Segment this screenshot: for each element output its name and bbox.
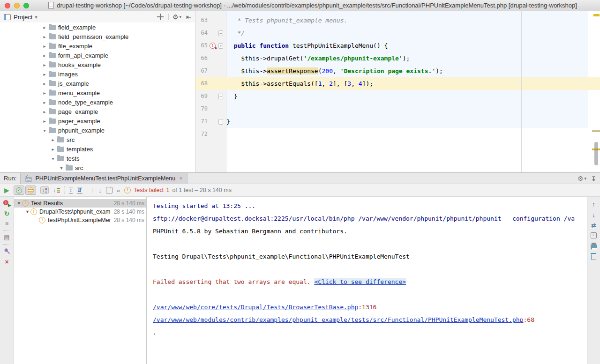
expander-icon[interactable]: ▸ — [41, 72, 48, 77]
expander-icon[interactable]: ▼ — [24, 209, 30, 214]
window-zoom-button[interactable] — [23, 3, 29, 8]
sort-by-duration-button[interactable]: ↓ — [53, 187, 60, 193]
expander-icon[interactable]: ▸ — [41, 90, 48, 96]
expander-icon[interactable]: ▸ — [41, 34, 48, 39]
window-minimize-button[interactable] — [14, 3, 20, 8]
test-failed-gutter-icon[interactable]: ! — [210, 43, 216, 49]
console-text: :1316 — [358, 304, 376, 311]
window-close-button[interactable] — [5, 3, 10, 8]
expander-icon[interactable]: ▾ — [41, 128, 48, 133]
rerun-icon[interactable]: ↻ — [4, 210, 10, 217]
editor-error-stripe[interactable] — [588, 11, 600, 172]
tree-item-tests[interactable]: ▾tests — [0, 154, 195, 163]
test-history-button[interactable]: ↑ — [106, 187, 112, 193]
expander-icon[interactable]: ▸ — [41, 53, 48, 58]
fold-marker-icon[interactable]: ▿ — [218, 43, 223, 49]
run-configuration-tab[interactable]: ✓ php PHPUnitExampleMenuTest.testPhpUnit… — [20, 173, 187, 184]
rerun-failed-tests-icon[interactable]: !▶ — [3, 200, 10, 207]
close-icon[interactable]: × — [5, 259, 8, 265]
editor[interactable]: 6364−65!▿66676869−7071−72 * Tests phpuni… — [195, 11, 600, 172]
tree-item-src[interactable]: ▾src — [0, 163, 195, 172]
up-the-stacktrace-icon[interactable]: ↑ — [592, 201, 595, 208]
expander-icon[interactable]: ▾ — [58, 165, 65, 171]
console-link[interactable]: /var/www/web/core/tests/Drupal/Tests/Bro… — [153, 304, 358, 311]
soft-wrap-icon[interactable]: ⇄ — [591, 223, 596, 228]
expander-icon[interactable]: ▸ — [41, 25, 48, 30]
editor-scrollbar-thumb[interactable] — [594, 142, 598, 165]
fold-marker-icon[interactable]: − — [218, 119, 223, 125]
next-failed-test-button[interactable]: ↓ — [98, 187, 102, 194]
gear-icon[interactable]: ⚙ — [578, 175, 584, 182]
expand-all-button[interactable]: ↕ — [69, 187, 73, 194]
warning-stripe-mark[interactable] — [593, 14, 600, 16]
tree-item-menu_example[interactable]: ▸menu_example — [0, 88, 195, 97]
fold-marker-icon[interactable]: − — [218, 94, 223, 99]
tree-item-images[interactable]: ▸images — [0, 69, 195, 79]
previous-failed-test-button[interactable]: ↑ — [91, 187, 95, 194]
chevron-down-icon[interactable]: ▾ — [585, 176, 587, 181]
chevron-down-icon[interactable]: ▾ — [180, 15, 182, 19]
expander-icon[interactable]: ▾ — [50, 156, 56, 161]
tree-item-js_example[interactable]: ▸js_example — [0, 79, 195, 88]
tree-item-pager_example[interactable]: ▸pager_example — [0, 116, 195, 126]
code-line[interactable]: } — [226, 90, 443, 103]
tree-item-page_example[interactable]: ▸page_example — [0, 107, 195, 116]
test-tree-row[interactable]: !testPhpUnitExampleMenu28 s 140 ms — [14, 216, 146, 224]
console-link[interactable]: <Click to see difference> — [314, 278, 406, 285]
code-line[interactable]: */ — [226, 27, 443, 39]
code-line[interactable]: } — [226, 115, 443, 128]
expander-icon[interactable]: ▸ — [41, 100, 48, 105]
chevron-down-icon[interactable]: ▾ — [35, 15, 37, 20]
tree-item-src[interactable]: ▸src — [0, 135, 195, 144]
close-tab-icon[interactable]: × — [179, 175, 183, 182]
code-line[interactable]: $this->drupalGet('/examples/phpunit-exam… — [226, 52, 443, 65]
expander-icon[interactable]: ▸ — [41, 81, 48, 86]
tree-item-field_permission_example[interactable]: ▸field_permission_example — [0, 32, 195, 41]
print-icon[interactable] — [591, 245, 597, 249]
fold-marker-icon[interactable]: − — [218, 30, 223, 36]
tree-item-file_example[interactable]: ▸file_example — [0, 41, 195, 51]
scroll-from-source-icon[interactable] — [157, 14, 164, 20]
restore-layout-icon[interactable]: ▤ — [4, 234, 9, 240]
more-actions-chevrons[interactable]: » — [117, 187, 120, 194]
code-line[interactable]: * Tests phpunit_example menus. — [226, 14, 443, 27]
test-name-label: Drupal\Tests\phpunit_example\Functional\… — [39, 208, 111, 215]
scroll-to-end-icon[interactable]: ↓ — [591, 232, 597, 238]
code-line[interactable]: public function testPhpUnitExampleMenu()… — [226, 39, 443, 52]
expander-icon[interactable]: ▸ — [41, 119, 48, 124]
expander-icon[interactable]: ▸ — [50, 137, 56, 142]
collapse-all-button[interactable]: ⇵ — [77, 187, 82, 194]
gear-icon[interactable]: ⚙ — [172, 14, 179, 20]
hide-panel-icon[interactable]: ⇤ — [186, 14, 191, 20]
expander-icon[interactable]: ▸ — [41, 109, 48, 114]
tree-item-form_api_example[interactable]: ▸form_api_example — [0, 51, 195, 60]
stop-icon[interactable]: ■ — [5, 221, 8, 226]
clear-all-icon[interactable] — [591, 254, 596, 260]
show-ignored-toggle[interactable] — [25, 186, 36, 195]
tree-item-field_example[interactable]: ▸field_example — [0, 22, 195, 32]
hide-panel-icon[interactable]: ↧ — [591, 176, 596, 182]
tree-item-hooks_example[interactable]: ▸hooks_example — [0, 60, 195, 69]
warning-stripe-mark[interactable] — [592, 130, 600, 132]
down-the-stacktrace-icon[interactable]: ↓ — [592, 212, 595, 218]
code-line[interactable]: $this->assertEquals([1, 2], [3, 4]); — [226, 77, 443, 90]
project-panel-title[interactable]: Project — [14, 14, 32, 21]
sort-alphabetically-toggle[interactable]: ↓ az — [40, 186, 49, 194]
tree-item-node_type_example[interactable]: ▸node_type_example — [0, 97, 195, 107]
expander-icon[interactable]: ▸ — [41, 44, 48, 49]
expander-icon[interactable]: ▸ — [50, 147, 56, 152]
console-link[interactable]: /var/www/web/modules/contrib/examples/ph… — [153, 316, 524, 323]
pin-tab-icon[interactable] — [2, 247, 12, 256]
code-line[interactable] — [226, 103, 443, 115]
tree-item-templates[interactable]: ▸templates — [0, 144, 195, 154]
code-lines[interactable]: * Tests phpunit_example menus. */ public… — [226, 14, 443, 141]
test-tree-row[interactable]: ▼!Drupal\Tests\phpunit_example\Functiona… — [14, 208, 146, 216]
show-passed-toggle[interactable]: ✓ — [14, 186, 24, 195]
test-tree-row[interactable]: ▼!Test Results28 s 140 ms — [14, 199, 146, 208]
tree-item-phpunit_example[interactable]: ▾phpunit_example — [0, 126, 195, 135]
code-line[interactable] — [226, 128, 443, 141]
rerun-tests-button[interactable]: ▶ — [4, 187, 9, 193]
expander-icon[interactable]: ▼ — [16, 201, 22, 206]
expander-icon[interactable]: ▸ — [41, 62, 48, 67]
code-line[interactable]: $this->assertResponse(200, 'Description … — [226, 65, 443, 77]
